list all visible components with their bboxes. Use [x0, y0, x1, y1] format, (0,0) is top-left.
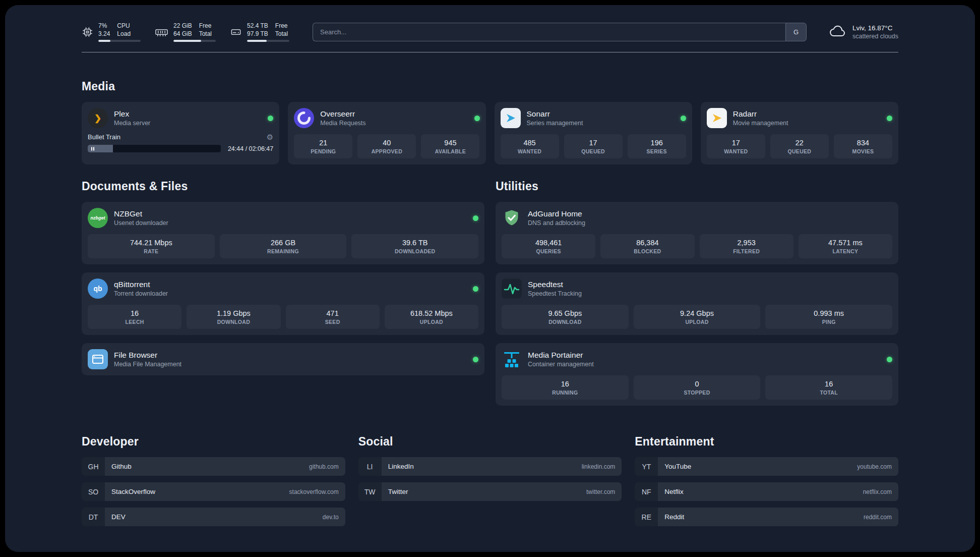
- bookmark-abbr: DT: [82, 508, 105, 526]
- service-card-plex[interactable]: ❯ Plex Media server Bullet Train ⚙: [82, 102, 279, 164]
- qbittorrent-icon: qb: [88, 278, 108, 299]
- bookmark-abbr: TW: [358, 482, 382, 501]
- stat-box: 2,953FILTERED: [700, 234, 793, 258]
- disk-usage-bar: [247, 40, 289, 42]
- service-card-radarr[interactable]: Radarr Movie management 17WANTED 22QUEUE…: [701, 102, 898, 164]
- service-subtitle: Media File Management: [114, 361, 181, 368]
- stat-box: 17QUEUED: [564, 134, 623, 158]
- stat-box: 9.65 GbpsDOWNLOAD: [502, 305, 629, 329]
- service-subtitle: Media server: [114, 120, 150, 127]
- service-name: Radarr: [733, 109, 788, 119]
- bookmark-group-social: Social LI LinkedInlinkedin.com TW Twitte…: [358, 435, 622, 533]
- memory-total-label: Total: [199, 30, 212, 38]
- cpu-widget: 7% 3.24 CPU Load: [82, 22, 141, 42]
- section-utilities: Utilities AdGuard Home DNS and adblockin…: [496, 180, 898, 406]
- stat-box: 945AVAILABLE: [421, 134, 479, 158]
- disk-free-value: 52.4 TB: [247, 22, 268, 30]
- section-title-utilities: Utilities: [496, 180, 898, 193]
- portainer-icon: [502, 349, 522, 369]
- disk-widget: 52.4 TB 97.9 TB Free Total: [230, 22, 289, 42]
- service-card-filebrowser[interactable]: File Browser Media File Management: [82, 343, 484, 375]
- service-name: Overseerr: [320, 109, 365, 119]
- section-title-files: Documents & Files: [82, 180, 484, 193]
- stat-box: 471SEED: [286, 305, 380, 329]
- bookmark-github[interactable]: GH Githubgithub.com: [82, 457, 345, 476]
- stat-box: 22QUEUED: [770, 134, 829, 158]
- bookmark-dev[interactable]: DT DEVdev.to: [82, 508, 345, 526]
- service-name: Plex: [114, 109, 150, 119]
- bookmark-group-developer: Developer GH Githubgithub.com SO StackOv…: [82, 435, 345, 533]
- section-files: Documents & Files nzbget NZBGet Usenet d…: [82, 180, 484, 406]
- bookmark-linkedin[interactable]: LI LinkedInlinkedin.com: [358, 457, 622, 476]
- status-dot: [473, 286, 478, 292]
- dashboard-panel: 7% 3.24 CPU Load: [5, 5, 975, 552]
- sonarr-icon: [501, 108, 521, 128]
- stat-box: 618.52 MbpsUPLOAD: [385, 305, 478, 329]
- memory-widget: 22 GiB 64 GiB Free Total: [155, 22, 216, 42]
- memory-free-label: Free: [199, 22, 212, 30]
- service-card-speedtest[interactable]: Speedtest Speedtest Tracking 9.65 GbpsDO…: [496, 272, 898, 335]
- section-title-developer: Developer: [82, 435, 345, 449]
- bookmark-group-entertainment: Entertainment YT YouTubeyoutube.com NF N…: [635, 435, 898, 533]
- service-name: AdGuard Home: [528, 209, 585, 218]
- stat-box: 40APPROVED: [357, 134, 416, 158]
- status-dot: [887, 357, 892, 362]
- stat-box: 16TOTAL: [765, 375, 892, 400]
- service-subtitle: Movie management: [733, 120, 788, 127]
- search-bar: G: [313, 23, 807, 41]
- plex-icon: ❯: [88, 108, 108, 128]
- section-media: Media ❯ Plex Media server Bullet Train ⚙: [82, 80, 898, 164]
- disk-total-label: Total: [275, 30, 288, 38]
- speedtest-icon: [502, 278, 522, 299]
- stat-box: 47.571 msLATENCY: [799, 234, 892, 258]
- bookmark-twitter[interactable]: TW Twittertwitter.com: [358, 482, 622, 501]
- stat-box: 16LEECH: [88, 305, 181, 329]
- stat-box: 0.993 msPING: [765, 305, 892, 329]
- service-card-portainer[interactable]: Media Portainer Container management 16R…: [496, 343, 898, 406]
- status-dot: [474, 116, 480, 121]
- service-card-nzbget[interactable]: nzbget NZBGet Usenet downloader 744.21 M…: [82, 202, 484, 264]
- bookmark-abbr: NF: [635, 482, 658, 501]
- topbar: 7% 3.24 CPU Load: [82, 22, 898, 42]
- section-title-media: Media: [82, 80, 898, 93]
- status-dot: [473, 357, 478, 362]
- bookmark-abbr: SO: [82, 482, 105, 501]
- service-name: Sonarr: [527, 109, 583, 119]
- pause-icon: [91, 147, 94, 150]
- bookmark-netflix[interactable]: NF Netflixnetflix.com: [635, 482, 898, 501]
- service-card-overseerr[interactable]: Overseerr Media Requests 21PENDING 40APP…: [288, 102, 485, 164]
- adguard-icon: [502, 208, 522, 228]
- bookmark-reddit[interactable]: RE Redditreddit.com: [635, 508, 898, 526]
- service-subtitle: Usenet downloader: [114, 219, 168, 227]
- service-card-sonarr[interactable]: Sonarr Series management 485WANTED 17QUE…: [495, 102, 692, 164]
- stat-box: 266 GBREMAINING: [220, 234, 347, 258]
- bookmark-youtube[interactable]: YT YouTubeyoutube.com: [635, 457, 898, 476]
- bookmark-abbr: YT: [635, 457, 658, 476]
- stat-box: 744.21 MbpsRATE: [88, 234, 215, 258]
- weather-location: Lviv, 16.87°C: [852, 24, 898, 32]
- memory-free-value: 22 GiB: [173, 22, 192, 30]
- disk-icon: [230, 26, 242, 38]
- service-subtitle: Container management: [528, 361, 594, 368]
- stat-box: 17WANTED: [707, 134, 765, 158]
- service-name: qBittorrent: [114, 280, 168, 289]
- stat-box: 0STOPPED: [634, 375, 761, 400]
- status-dot: [681, 116, 686, 121]
- service-card-qbittorrent[interactable]: qb qBittorrent Torrent downloader 16LEEC…: [82, 272, 484, 335]
- now-playing-title: Bullet Train: [88, 133, 120, 141]
- search-input[interactable]: [313, 23, 785, 41]
- service-name: File Browser: [114, 351, 181, 360]
- cloud-icon: [829, 24, 847, 40]
- search-provider-button[interactable]: G: [785, 23, 807, 41]
- cpu-label: CPU: [117, 22, 131, 30]
- service-card-adguard[interactable]: AdGuard Home DNS and adblocking 498,461Q…: [496, 202, 898, 264]
- stat-box: 196SERIES: [628, 134, 686, 158]
- bookmark-stackoverflow[interactable]: SO StackOverflowstackoverflow.com: [82, 482, 345, 501]
- status-dot: [887, 116, 892, 121]
- service-name: NZBGet: [114, 209, 168, 218]
- service-subtitle: Series management: [527, 120, 583, 127]
- service-name: Speedtest: [528, 280, 582, 289]
- gear-icon[interactable]: ⚙: [267, 133, 273, 141]
- disk-total-value: 97.9 TB: [247, 30, 268, 38]
- stat-box: 485WANTED: [501, 134, 559, 158]
